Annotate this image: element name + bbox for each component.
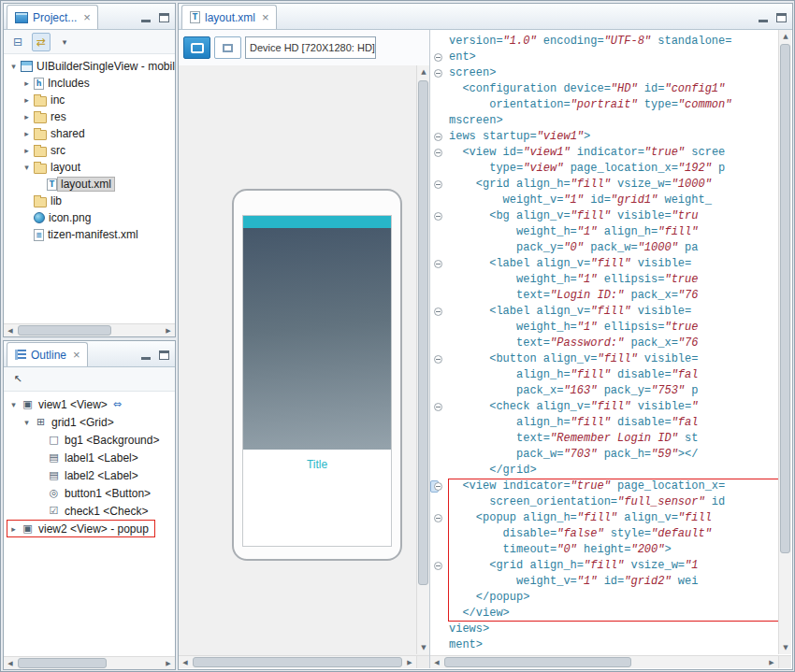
- tree-item-icon-png[interactable]: icon.png: [4, 209, 175, 226]
- fold-collapse-icon[interactable]: [434, 307, 442, 316]
- code-line[interactable]: <label align_v="fill" visible=: [449, 256, 778, 272]
- fold-collapse-icon[interactable]: [434, 260, 442, 268]
- code-line[interactable]: weight_h="1" ellipsis="true: [449, 272, 778, 288]
- collapse-arrow-icon[interactable]: ▾: [7, 62, 20, 71]
- code-line[interactable]: <grid align_h="fill" vsize_w="1000": [449, 177, 778, 193]
- expand-arrow-icon[interactable]: ▸: [21, 95, 33, 105]
- scroll-left-icon[interactable]: ◀: [430, 656, 443, 669]
- code-line[interactable]: timeout="0" height="200">: [449, 542, 778, 558]
- outline-item-bg1[interactable]: □bg1 <Background>: [4, 431, 175, 449]
- fold-collapse-icon[interactable]: [434, 149, 442, 157]
- tree-item-lib[interactable]: lib: [4, 193, 175, 209]
- code-line[interactable]: align_h="fill" disable="fal: [449, 367, 778, 383]
- tree-item-inc[interactable]: ▸inc: [4, 92, 175, 108]
- scrollbar-thumb[interactable]: [193, 657, 402, 667]
- expand-arrow-icon[interactable]: ▸: [21, 146, 33, 155]
- tree-item-uibuildersingleview[interactable]: ▾UIBuilderSingleView - mobile: [4, 58, 175, 75]
- code-line[interactable]: text="Password:" pack_x="76: [449, 336, 778, 351]
- scrollbar-thumb[interactable]: [418, 80, 428, 585]
- scrollbar-thumb[interactable]: [444, 657, 631, 667]
- code-line[interactable]: <label align_v="fill" visible=: [449, 304, 778, 320]
- code-line[interactable]: <popup align_h="fill" align_v="fill: [449, 510, 778, 526]
- outline-item-button1[interactable]: ◎button1 <Button>: [4, 484, 175, 502]
- device-selector[interactable]: Device HD [720X1280: HD]: [245, 36, 376, 59]
- code-line[interactable]: screen>: [449, 65, 778, 81]
- outline-item-view2[interactable]: ▸▣view2 <View> - popup: [4, 520, 175, 537]
- scroll-right-icon[interactable]: ▶: [403, 656, 416, 669]
- tree-item-shared[interactable]: ▸shared: [4, 125, 175, 142]
- code-line[interactable]: <view indicator="true" page_location_x=: [449, 479, 778, 494]
- collapse-all-icon[interactable]: ⊟: [8, 33, 27, 51]
- close-icon[interactable]: ×: [83, 11, 91, 23]
- scroll-left-icon[interactable]: ◀: [4, 657, 17, 670]
- fold-collapse-icon[interactable]: [434, 403, 442, 411]
- code-line[interactable]: version="1.0" encoding="UTF-8" standalon…: [449, 34, 778, 50]
- scroll-right-icon[interactable]: ▶: [162, 324, 175, 337]
- collapse-arrow-icon[interactable]: ▾: [21, 418, 33, 427]
- code-line[interactable]: align_h="fill" disable="fal: [449, 415, 778, 431]
- link-with-editor-icon[interactable]: ⇄: [32, 33, 51, 51]
- pick-tool-icon[interactable]: ↖: [8, 370, 27, 389]
- code-line[interactable]: pack_w="703" pack_h="59"></: [449, 447, 778, 463]
- fold-collapse-icon[interactable]: [434, 562, 442, 570]
- tree-item-tizen-manifest[interactable]: ≡tizen-manifest.xml: [4, 226, 175, 243]
- scrollbar-thumb[interactable]: [780, 44, 790, 553]
- minimize-icon[interactable]: [141, 20, 151, 22]
- preview-mode-button[interactable]: [214, 36, 241, 59]
- scroll-down-icon[interactable]: ▼: [779, 641, 792, 654]
- outline-item-check1[interactable]: ☑check1 <Check>: [4, 502, 175, 520]
- code-line[interactable]: screen_orientation="full_sensor" id: [449, 494, 778, 510]
- expand-arrow-icon[interactable]: ▸: [7, 524, 20, 534]
- code-line[interactable]: weight_v="1" id="grid1" weight_: [449, 193, 778, 208]
- tab-layout-xml[interactable]: T layout.xml ×: [181, 5, 277, 29]
- code-line[interactable]: <button align_v="fill" visible=: [449, 351, 778, 367]
- tree-item-res[interactable]: ▸res: [4, 108, 175, 125]
- code-line[interactable]: weight_v="1" id="grid2" wei: [449, 574, 778, 590]
- scroll-left-icon[interactable]: ◀: [179, 656, 192, 669]
- code-line[interactable]: ent>: [449, 50, 778, 65]
- collapse-arrow-icon[interactable]: ▾: [7, 400, 20, 409]
- code-line[interactable]: </view>: [449, 606, 778, 622]
- device-preview[interactable]: Title: [232, 189, 402, 561]
- maximize-icon[interactable]: [159, 13, 169, 22]
- code-line[interactable]: weight_h="1" ellipsis="true: [449, 320, 778, 336]
- code-area[interactable]: version="1.0" encoding="UTF-8" standalon…: [447, 30, 778, 654]
- design-mode-button[interactable]: [183, 36, 210, 59]
- close-icon[interactable]: ×: [262, 11, 269, 23]
- outline-horizontal-scrollbar[interactable]: ◀ ▶: [4, 656, 175, 669]
- scroll-left-icon[interactable]: ◀: [4, 324, 17, 337]
- code-line[interactable]: <bg align_v="fill" visible="tru: [449, 208, 778, 224]
- code-line[interactable]: orientation="portrait" type="common": [449, 97, 778, 113]
- code-line[interactable]: iews startup="view1">: [449, 129, 778, 145]
- scroll-right-icon[interactable]: ▶: [162, 657, 175, 670]
- code-line[interactable]: text="Login ID:" pack_x="76: [449, 288, 778, 304]
- fold-collapse-icon[interactable]: [434, 53, 442, 62]
- project-horizontal-scrollbar[interactable]: ◀ ▶: [4, 323, 175, 336]
- code-line[interactable]: type="view" page_location_x="192" p: [449, 161, 778, 177]
- fold-collapse-icon[interactable]: [434, 212, 442, 221]
- fold-collapse-icon[interactable]: [434, 133, 442, 141]
- code-line[interactable]: <check align_v="fill" visible=": [449, 399, 778, 415]
- tree-item-layout[interactable]: ▾layout: [4, 159, 175, 176]
- tree-item-src[interactable]: ▸src: [4, 142, 175, 159]
- expand-arrow-icon[interactable]: ▸: [21, 129, 33, 138]
- maximize-icon[interactable]: [159, 350, 169, 360]
- outline-item-label1[interactable]: ▤label1 <Label>: [4, 449, 175, 466]
- code-line[interactable]: </popup>: [449, 590, 778, 606]
- scroll-up-icon[interactable]: ▲: [779, 30, 792, 43]
- tab-outline[interactable]: Outline ×: [7, 342, 88, 366]
- tab-project-explorer[interactable]: Project... ×: [7, 5, 98, 29]
- expand-arrow-icon[interactable]: ▸: [21, 79, 33, 88]
- scrollbar-thumb[interactable]: [18, 325, 111, 336]
- source-vertical-scrollbar[interactable]: ▲ ▼: [778, 30, 791, 654]
- code-line[interactable]: pack_y="0" pack_w="1000" pa: [449, 240, 778, 256]
- source-horizontal-scrollbar[interactable]: ◀ ▶: [430, 655, 778, 668]
- fold-collapse-icon[interactable]: [434, 69, 442, 78]
- tree-item-layout-xml[interactable]: Tlayout.xml: [4, 176, 175, 193]
- design-vertical-scrollbar[interactable]: ▲ ▼: [416, 65, 429, 654]
- close-icon[interactable]: ×: [73, 349, 80, 361]
- view-menu-icon[interactable]: ▾: [55, 33, 74, 51]
- tree-item-includes[interactable]: ▸hIncludes: [4, 75, 175, 92]
- code-line[interactable]: ment>: [449, 637, 778, 653]
- code-line[interactable]: <grid align_h="fill" vsize_w="1: [449, 558, 778, 574]
